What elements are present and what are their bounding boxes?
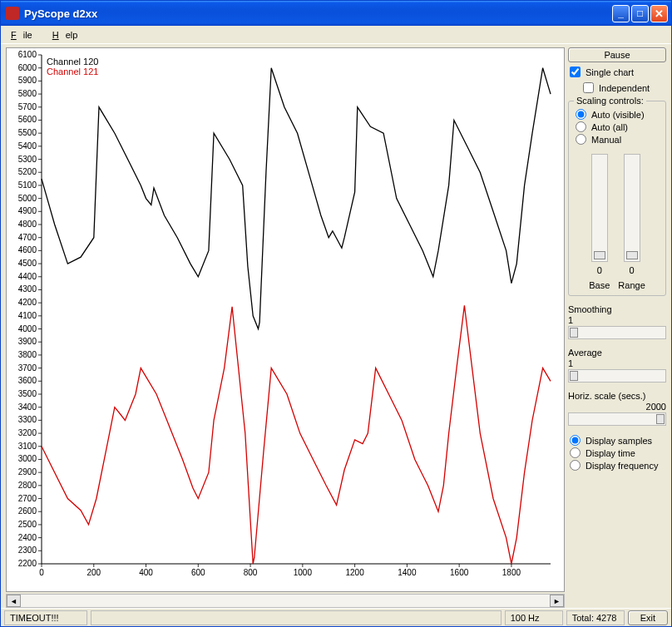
display-frequency-radio[interactable]: Display frequency [568, 459, 666, 471]
svg-text:2800: 2800 [18, 481, 37, 490]
app-window: PyScope d2xx _ □ ✕ File Help 22002300240… [0, 0, 672, 627]
menubar: File Help [1, 26, 671, 44]
svg-text:5600: 5600 [18, 115, 37, 124]
close-button[interactable]: ✕ [650, 5, 668, 22]
side-panel: Pause Single chart Independent Scaling c… [568, 47, 666, 608]
svg-text:4000: 4000 [18, 324, 37, 333]
svg-text:4800: 4800 [18, 220, 37, 229]
display-samples-radio[interactable]: Display samples [568, 434, 666, 447]
svg-text:5200: 5200 [18, 167, 37, 176]
exit-button[interactable]: Exit [628, 610, 668, 625]
svg-text:3300: 3300 [18, 415, 37, 424]
svg-text:4300: 4300 [18, 284, 37, 294]
svg-text:3700: 3700 [18, 363, 37, 373]
svg-text:4600: 4600 [18, 245, 37, 254]
svg-text:5500: 5500 [18, 128, 37, 137]
svg-text:5000: 5000 [18, 194, 37, 203]
svg-text:5300: 5300 [18, 155, 37, 164]
svg-text:4100: 4100 [18, 311, 37, 320]
svg-text:1200: 1200 [345, 568, 364, 577]
horiz-scale-control: Horiz. scale (secs.) 2000 [568, 391, 666, 426]
average-slider[interactable] [568, 369, 666, 383]
scroll-left-arrow[interactable]: ◄ [7, 595, 21, 607]
window-title: PyScope d2xx [24, 7, 612, 20]
svg-text:3100: 3100 [18, 442, 37, 451]
svg-text:800: 800 [244, 568, 258, 577]
scaling-manual-radio[interactable]: Manual [574, 133, 660, 146]
smoothing-slider[interactable] [568, 326, 666, 339]
svg-text:2200: 2200 [18, 559, 37, 568]
svg-text:3000: 3000 [18, 454, 37, 463]
svg-text:5700: 5700 [18, 102, 37, 111]
independent-checkbox[interactable]: Independent [568, 81, 666, 94]
svg-text:600: 600 [191, 568, 205, 577]
chart-area[interactable]: 2200230024002500260027002800290030003100… [6, 47, 565, 592]
svg-text:3900: 3900 [18, 337, 37, 346]
svg-text:2300: 2300 [18, 546, 37, 555]
svg-text:200: 200 [86, 568, 101, 577]
status-timeout: TIMEOUT!!! [4, 610, 87, 625]
pause-button[interactable]: Pause [568, 47, 666, 62]
app-icon [6, 7, 19, 20]
svg-text:4200: 4200 [18, 298, 37, 307]
scaling-legend: Scaling controls: [574, 96, 646, 106]
svg-text:3500: 3500 [18, 389, 37, 398]
svg-text:3600: 3600 [18, 376, 37, 385]
svg-text:3400: 3400 [18, 402, 37, 412]
svg-text:5800: 5800 [18, 89, 37, 98]
titlebar[interactable]: PyScope d2xx _ □ ✕ [1, 1, 671, 26]
svg-text:2500: 2500 [18, 520, 37, 529]
svg-text:3200: 3200 [18, 428, 37, 437]
base-slider-thumb[interactable] [594, 251, 605, 259]
svg-text:4500: 4500 [18, 259, 37, 268]
svg-text:4900: 4900 [18, 206, 37, 215]
minimize-button[interactable]: _ [612, 5, 630, 22]
scaling-auto-all-radio[interactable]: Auto (all) [574, 121, 660, 133]
svg-text:1400: 1400 [398, 568, 417, 577]
status-rate: 100 Hz [505, 610, 563, 625]
menu-help[interactable]: Help [46, 28, 91, 42]
display-time-radio[interactable]: Display time [568, 447, 666, 459]
svg-text:0: 0 [39, 568, 44, 577]
range-slider-thumb[interactable] [626, 251, 638, 259]
svg-text:1600: 1600 [450, 568, 469, 577]
svg-text:2600: 2600 [18, 506, 37, 516]
scroll-track[interactable] [21, 595, 550, 607]
svg-text:Channel 120: Channel 120 [47, 57, 98, 67]
svg-text:3800: 3800 [18, 350, 37, 359]
smoothing-control: Smoothing 1 [568, 304, 666, 339]
menu-file[interactable]: File [4, 28, 46, 42]
svg-text:6000: 6000 [18, 63, 37, 72]
svg-text:2700: 2700 [18, 494, 37, 503]
horizontal-scrollbar[interactable]: ◄ ► [6, 594, 565, 608]
svg-text:Channel 121: Channel 121 [47, 67, 98, 77]
svg-text:2900: 2900 [18, 467, 37, 476]
base-slider[interactable]: 0 Base [589, 154, 610, 290]
svg-text:5100: 5100 [18, 180, 37, 190]
svg-text:1000: 1000 [294, 568, 313, 577]
scaling-auto-visible-radio[interactable]: Auto (visible) [574, 108, 660, 121]
status-total: Total: 4278 [566, 610, 625, 625]
scroll-right-arrow[interactable]: ► [550, 595, 564, 607]
svg-text:4700: 4700 [18, 233, 37, 242]
svg-text:5400: 5400 [18, 141, 37, 151]
average-control: Average 1 [568, 348, 666, 383]
statusbar: TIMEOUT!!! 100 Hz Total: 4278 Exit [1, 608, 671, 626]
horiz-scale-slider[interactable] [568, 412, 666, 426]
svg-text:1800: 1800 [502, 568, 521, 577]
maximize-button[interactable]: □ [631, 5, 649, 22]
svg-text:5900: 5900 [18, 76, 37, 85]
svg-text:4400: 4400 [18, 272, 37, 281]
svg-text:6100: 6100 [18, 50, 37, 59]
svg-text:2400: 2400 [18, 533, 37, 542]
range-slider[interactable]: 0 Range [618, 154, 645, 290]
svg-text:400: 400 [139, 568, 153, 577]
status-spacer [91, 610, 502, 625]
scaling-group: Scaling controls: Auto (visible) Auto (a… [568, 101, 666, 296]
single-chart-checkbox[interactable]: Single chart [568, 66, 666, 78]
